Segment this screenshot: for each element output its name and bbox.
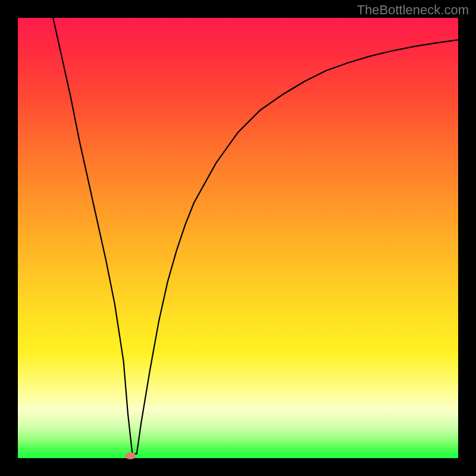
optimal-point-marker (125, 452, 136, 459)
chart-container: TheBottleneck.com (0, 0, 476, 476)
watermark-text: TheBottleneck.com (357, 2, 469, 18)
plot-background-gradient (18, 18, 458, 458)
